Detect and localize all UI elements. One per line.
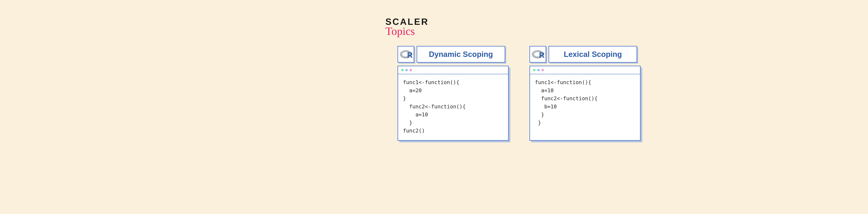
traffic-dot-icon	[533, 69, 535, 71]
code-window: func1<-function(){ a=20 } func2<-functio…	[398, 66, 509, 141]
code-content: func1<-function(){ a=20 } func2<-functio…	[398, 74, 508, 140]
r-logo-icon: R	[400, 50, 412, 59]
panels-container: R Dynamic Scoping func1<-function(){	[398, 46, 641, 141]
lexical-scoping-panel: R Lexical Scoping func1<-function(){	[529, 46, 641, 141]
tab-row: R Dynamic Scoping	[398, 46, 509, 63]
traffic-dot-icon	[405, 69, 408, 71]
tab-row: R Lexical Scoping	[529, 46, 641, 63]
r-icon-tab: R	[529, 46, 546, 63]
panel-title: Dynamic Scoping	[429, 50, 493, 59]
r-logo-icon: R	[532, 50, 544, 59]
dynamic-scoping-panel: R Dynamic Scoping func1<-function(){	[398, 46, 509, 141]
panel-title: Lexical Scoping	[564, 50, 622, 59]
traffic-dot-icon	[537, 69, 540, 71]
traffic-dot-icon	[401, 69, 404, 71]
traffic-dot-icon	[541, 69, 544, 71]
r-icon-tab: R	[398, 46, 414, 63]
title-tab: Dynamic Scoping	[416, 46, 505, 63]
title-tab: Lexical Scoping	[549, 46, 637, 63]
scaler-logo: SCALER Topics	[385, 16, 429, 38]
code-window: func1<-function(){ a=10 func2<-function(…	[529, 66, 641, 141]
window-title-bar	[530, 66, 640, 74]
code-content: func1<-function(){ a=10 func2<-function(…	[530, 74, 640, 140]
window-title-bar	[398, 66, 508, 74]
traffic-dot-icon	[409, 69, 412, 71]
